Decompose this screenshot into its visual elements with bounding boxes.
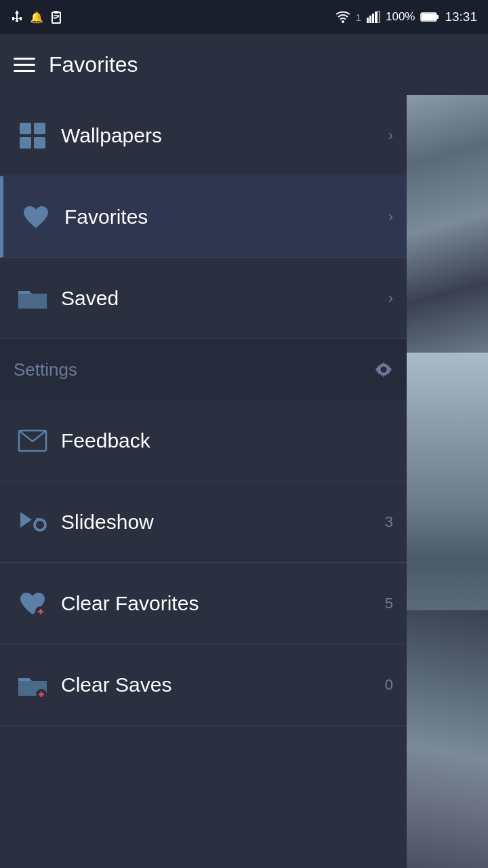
saved-arrow: ›: [388, 290, 393, 307]
play-settings-icon: [14, 509, 51, 536]
folder-icon: [14, 285, 51, 311]
page-title: Favorites: [49, 52, 138, 77]
sidebar-item-feedback[interactable]: Feedback: [0, 400, 407, 481]
svg-rect-5: [372, 14, 374, 23]
wifi-icon: [336, 11, 350, 23]
signal-1-icon: 1: [356, 12, 361, 23]
svg-rect-4: [369, 16, 371, 23]
svg-rect-22: [36, 518, 39, 521]
main-container: Wallpapers › Favorites › Saved ›: [0, 95, 488, 868]
sidebar-item-favorites[interactable]: Favorites ›: [0, 176, 407, 258]
drawer: Wallpapers › Favorites › Saved ›: [0, 95, 407, 868]
svg-rect-10: [422, 14, 436, 20]
svg-marker-19: [20, 512, 32, 528]
svg-rect-6: [375, 12, 377, 23]
svg-rect-14: [34, 137, 45, 149]
wallpapers-label: Wallpapers: [61, 124, 388, 147]
sidebar-item-clear-favorites[interactable]: Clear Favorites 5: [0, 563, 407, 644]
svg-point-17: [381, 367, 387, 373]
top-bar: Favorites: [0, 34, 488, 95]
photo-thumb-clouds[interactable]: [407, 353, 488, 610]
heart-remove-icon: [14, 590, 51, 617]
status-right: 1 100% 13:31: [336, 9, 477, 24]
slideshow-badge: 3: [385, 513, 393, 531]
notification-icon: 🔔: [30, 11, 43, 24]
favorites-label: Favorites: [64, 205, 388, 229]
clear-saves-badge: 0: [385, 676, 393, 694]
status-bar: 🔔 1: [0, 0, 488, 34]
folder-remove-icon: [14, 671, 51, 698]
svg-rect-12: [34, 123, 45, 134]
svg-rect-3: [367, 18, 369, 23]
svg-rect-15: [18, 294, 47, 309]
svg-rect-13: [20, 137, 31, 149]
feedback-label: Feedback: [61, 429, 393, 452]
svg-rect-11: [20, 123, 31, 134]
photo-thumb-trees[interactable]: [407, 95, 488, 353]
svg-rect-1: [54, 11, 58, 14]
cellular-icon: [367, 11, 380, 23]
svg-point-21: [36, 521, 44, 529]
saved-label: Saved: [61, 287, 388, 310]
settings-label: Settings: [14, 359, 374, 380]
photo-thumb-hands[interactable]: [407, 610, 488, 868]
gear-icon: [374, 360, 393, 379]
photo-panel: [407, 95, 488, 868]
settings-section-header: Settings: [0, 339, 407, 400]
usb-icon: [11, 10, 23, 24]
grid-icon: [14, 121, 51, 150]
clear-saves-label: Clear Saves: [61, 673, 385, 696]
clear-favorites-label: Clear Favorites: [61, 592, 385, 615]
battery-icon: [420, 12, 439, 22]
battery-percent: 100%: [386, 10, 415, 24]
wallpapers-arrow: ›: [388, 127, 393, 144]
sidebar-item-saved[interactable]: Saved ›: [0, 258, 407, 339]
heart-icon: [17, 204, 54, 230]
clear-favorites-badge: 5: [385, 595, 393, 612]
status-left: 🔔: [11, 10, 62, 24]
favorites-arrow: ›: [388, 208, 393, 226]
svg-rect-7: [378, 12, 380, 23]
sidebar-item-clear-saves[interactable]: Clear Saves 0: [0, 644, 407, 726]
hamburger-menu[interactable]: [14, 58, 35, 72]
mail-icon: [14, 429, 51, 452]
slideshow-label: Slideshow: [61, 511, 385, 534]
svg-rect-9: [436, 15, 439, 19]
time: 13:31: [445, 9, 477, 24]
sidebar-item-slideshow[interactable]: Slideshow 3: [0, 481, 407, 563]
sidebar-item-wallpapers[interactable]: Wallpapers ›: [0, 95, 407, 176]
clipboard-icon: [50, 10, 62, 24]
